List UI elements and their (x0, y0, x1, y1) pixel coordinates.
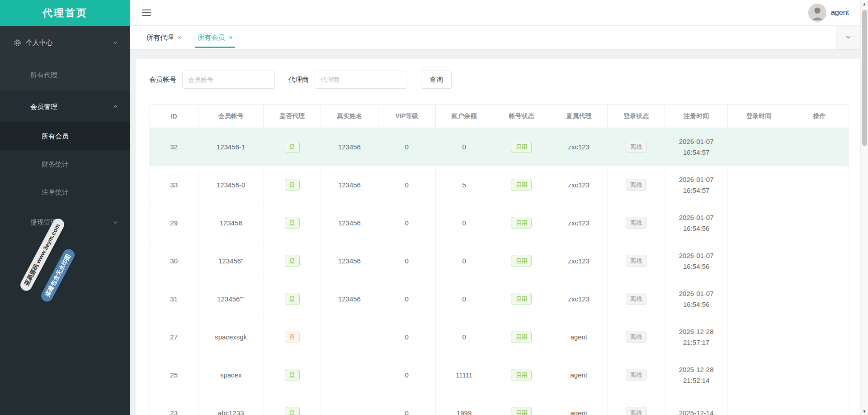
vertical-scrollbar[interactable]: ▲ ▼ (860, 0, 868, 415)
sidebar-item-bet-stats[interactable]: 注单统计 (0, 178, 130, 206)
table-row: 29 123456 是 123456 0 0 启用 zxc123 离线 2026… (150, 204, 849, 242)
cell-balance: 1999 (435, 394, 493, 415)
query-button[interactable]: 查询 (421, 71, 452, 89)
cell-status: 启用 (493, 394, 550, 415)
tab-bar: 所有代理 × 所有会员 × (130, 26, 868, 50)
cell-login-state: 离线 (608, 166, 665, 204)
content-area: 会员帐号 代理商 查询 ID会员帐号是否代理真实姓名VIP等级账户余额帐号状态直… (130, 50, 868, 415)
cell-status: 启用 (493, 242, 550, 280)
cell-direct-agent: zxc123 (550, 204, 608, 242)
scroll-down-arrow[interactable]: ▼ (861, 407, 868, 415)
status-badge: 启用 (511, 331, 532, 343)
cell-register-time: 2026-01-0716:54:57 (665, 128, 728, 166)
column-header: 直属代理 (550, 105, 608, 128)
avatar (808, 4, 826, 22)
login-state-badge: 离线 (626, 293, 646, 305)
scrollbar-thumb[interactable] (862, 10, 867, 146)
cell-vip-level: 0 (378, 318, 435, 356)
gear-icon (14, 39, 21, 47)
cell-balance: 0 (435, 204, 493, 242)
sidebar-item-all-members[interactable]: 所有会员 (0, 122, 130, 150)
close-icon[interactable]: × (178, 34, 181, 41)
sidebar-item-label: 财务统计 (42, 160, 69, 169)
sidebar-item-label: 注单统计 (42, 188, 69, 197)
cell-direct-agent: agent (550, 394, 608, 415)
cell-register-time: 2026-01-0716:54:56 (665, 280, 728, 318)
scroll-up-arrow[interactable]: ▲ (861, 0, 868, 8)
cell-action (790, 204, 849, 242)
column-header: 账户余额 (435, 105, 493, 128)
column-header: 真实姓名 (321, 105, 378, 128)
cell-login-state: 离线 (608, 128, 665, 166)
close-icon[interactable]: × (229, 34, 232, 41)
cell-real-name (321, 318, 378, 356)
cell-vip-level: 0 (378, 128, 435, 166)
cell-balance: 0 (435, 318, 493, 356)
tab-label: 所有会员 (198, 33, 225, 42)
is-agent-badge: 是 (285, 141, 300, 153)
sidebar-item-label: 所有会员 (42, 132, 69, 141)
member-account-input[interactable] (182, 71, 275, 89)
cell-is-agent: 是 (264, 394, 321, 415)
cell-real-name: 123456 (321, 204, 378, 242)
cell-real-name: 123456 (321, 280, 378, 318)
cell-register-time: 2026-01-0716:54:56 (665, 242, 728, 280)
status-badge: 启用 (511, 217, 532, 229)
sidebar-item-finance-stats[interactable]: 财务统计 (0, 150, 130, 178)
cell-login-state: 离线 (608, 356, 665, 394)
cell-is-agent: 是 (264, 128, 321, 166)
cell-account: spacex (198, 356, 264, 394)
tab-all-agents[interactable]: 所有代理 × (138, 26, 189, 49)
cell-status: 启用 (493, 280, 550, 318)
cell-id: 27 (150, 318, 198, 356)
column-header: 操作 (790, 105, 849, 128)
sidebar-item-label: 个人中心 (26, 38, 53, 47)
user-menu[interactable]: agent (808, 4, 849, 22)
is-agent-badge: 否 (285, 331, 300, 343)
chevron-up-icon (113, 104, 118, 110)
column-header: 会员帐号 (198, 105, 264, 128)
cell-vip-level: 0 (378, 242, 435, 280)
cell-direct-agent: zxc123 (550, 128, 608, 166)
user-name: agent (831, 9, 849, 17)
agent-input[interactable] (315, 71, 407, 89)
cell-account: abc1233 (198, 394, 264, 415)
sidebar-item-label: 所有代理 (30, 71, 57, 80)
login-state-badge: 离线 (626, 217, 646, 229)
cell-real-name: 123456 (321, 166, 378, 204)
table-row: 27 spacexsgk 否 0 0 启用 agent 离线 2025-12-2… (150, 318, 849, 356)
cell-direct-agent: zxc123 (550, 242, 608, 280)
table-row: 33 123456-0 是 123456 0 5 启用 zxc123 离线 20… (150, 166, 849, 204)
cell-balance: 0 (435, 242, 493, 280)
app-title: 代理首页 (0, 0, 130, 26)
sidebar-item-personal-center[interactable]: 个人中心 (0, 26, 130, 59)
tab-label: 所有代理 (146, 33, 174, 42)
tab-options-dropdown[interactable] (836, 26, 860, 49)
is-agent-badge: 是 (285, 407, 300, 415)
cell-real-name (321, 356, 378, 394)
column-header: 登录时间 (728, 105, 790, 128)
cell-action (790, 280, 849, 318)
sidebar-item-member-management[interactable]: 会员管理 (0, 91, 130, 122)
status-badge: 启用 (511, 141, 532, 153)
sidebar-item-withdraw-management[interactable]: 提现管理 (0, 206, 130, 238)
sidebar-item-all-agents[interactable]: 所有代理 (0, 59, 130, 91)
hamburger-menu-icon[interactable] (142, 8, 151, 18)
table-row: 25 spacex 是 0 11111 启用 agent 离线 2025-12-… (150, 356, 849, 394)
table-row: 31 123456"" 是 123456 0 0 启用 zxc123 离线 20… (150, 280, 849, 318)
tab-all-members[interactable]: 所有会员 × (189, 26, 241, 49)
cell-login-time (728, 394, 790, 415)
column-header: ID (150, 105, 198, 128)
cell-real-name (321, 394, 378, 415)
table-header-row: ID会员帐号是否代理真实姓名VIP等级账户余额帐号状态直属代理登录状态注册时间登… (150, 105, 849, 128)
column-header: VIP等级 (378, 105, 435, 128)
cell-account: 123456-0 (198, 166, 264, 204)
is-agent-badge: 是 (285, 255, 300, 267)
cell-vip-level: 0 (378, 280, 435, 318)
cell-direct-agent: zxc123 (550, 166, 608, 204)
column-header: 是否代理 (264, 105, 321, 128)
status-badge: 启用 (511, 369, 532, 382)
cell-register-time: 2025-12-2821:57:17 (665, 318, 728, 356)
is-agent-badge: 是 (285, 293, 300, 305)
cell-login-state: 离线 (608, 318, 665, 356)
